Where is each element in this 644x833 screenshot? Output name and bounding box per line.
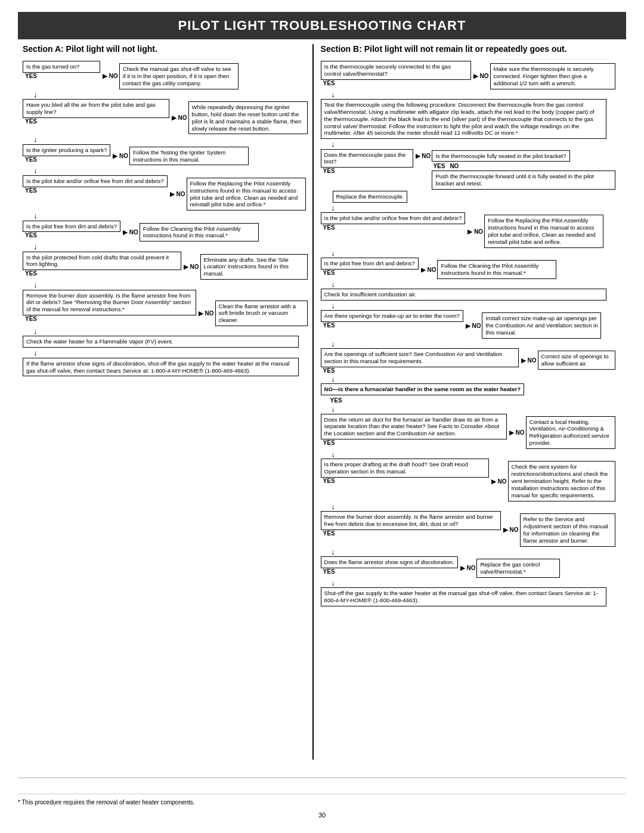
sb-q4-yes: YES [321, 224, 335, 231]
sb-q8-no-action: Correct size of openings to allow suffic… [538, 351, 615, 370]
sb-q12: Remove the burner door assembly. Is the … [321, 511, 501, 530]
sa-q5: Is the pilot free from dirt and debris? [23, 221, 120, 233]
sb-arrow6: ↓ [321, 302, 615, 310]
sb-q10-no-label: ▶ NO [509, 429, 525, 436]
sa-q7: Remove the burner door assembly. Is the … [23, 290, 196, 316]
sb-q12-no-label: ▶ NO [503, 527, 519, 533]
sb-q5: Is the pilot free from dirt and debris? [321, 258, 419, 270]
page: PILOT LIGHT TROUBLESHOOTING CHART Sectio… [0, 0, 644, 833]
footer-note: * This procedure requires the removal of… [18, 794, 626, 806]
sa-arrow4: ↓ [23, 212, 308, 220]
sb-arrow2: ↓ [321, 140, 615, 148]
sa-q7-no-label: ▶ NO [199, 310, 214, 317]
sa-arrow8: ↓ [23, 349, 308, 357]
sa-q6-yes: YES [23, 270, 37, 277]
section-b: Section B: Pilot light will not remain l… [316, 44, 620, 760]
sa-q1-no-label: ▶ NO [103, 73, 118, 79]
sa-q1-yes: YES [23, 73, 37, 79]
section-b-title: Section B: Pilot light will not remain l… [321, 44, 615, 55]
sb-arrow11: ↓ [321, 503, 615, 511]
sb-q11-no-label: ▶ NO [491, 478, 507, 485]
sb-q11-no-action: Check the vent system for restrictions/o… [508, 461, 615, 501]
sb-arrow10: ↓ [321, 450, 615, 459]
sa-q3-no-label: ▶ NO [113, 153, 128, 159]
section-divider [312, 44, 314, 760]
sb-q11-yes: YES [321, 478, 335, 484]
sb-q7-no-label: ▶ NO [466, 323, 481, 329]
sa-q9: If the flame arrestor show signs of disc… [23, 358, 299, 377]
sa-q4-no-label: ▶ NO [170, 191, 185, 197]
sb-q1-no-label: ▶ NO [473, 73, 489, 79]
sb-q12-no-action: Refer to the Service and Adjustment sect… [520, 513, 615, 547]
sb-q13-no-label: ▶ NO [460, 565, 476, 571]
page-number: 30 [18, 812, 626, 819]
sa-q3-no-action: Follow the Testing the Igniter System in… [129, 147, 249, 166]
sa-arrow1: ↓ [23, 91, 308, 99]
sb-arrow8: ↓ [321, 375, 615, 383]
sb-q1: Is the thermocouple securely connected t… [321, 61, 471, 80]
sections-container: Section A: Pilot light will not light. I… [18, 44, 626, 760]
section-a-title: Section A: Pilot light will not light. [23, 44, 308, 55]
sa-q6: Is the pilot protected from cold drafts … [23, 252, 181, 271]
sa-q2: Have you bled all the air from the pilot… [23, 99, 169, 118]
section-a: Section A: Pilot light will not light. I… [18, 44, 310, 760]
sb-q3-no-sub-no: NO [450, 163, 459, 169]
sb-q1-yes: YES [321, 80, 335, 86]
sb-q8-no-label: ▶ NO [521, 357, 537, 364]
sb-arrow9: ↓ [321, 405, 615, 413]
sb-arrow1: ↓ [321, 91, 615, 99]
sb-q3-no-sub: Is the thermocouple fully seated in the … [432, 150, 569, 162]
sb-arrow7: ↓ [321, 340, 615, 348]
sa-q4-no-action: Follow the Replacing the Pilot Assembly … [187, 178, 306, 211]
sa-q5-no-label: ▶ NO [123, 229, 138, 236]
sa-arrow5: ↓ [23, 243, 308, 251]
sb-arrow3: ↓ [321, 204, 615, 212]
sb-q3: Does the thermocouple pass the test? [321, 149, 413, 168]
sa-arrow3: ↓ [23, 166, 308, 175]
sb-q10-no-action: Contact a local Heating, Ventilation, Ai… [526, 416, 615, 450]
sb-q13-no-action: Replace the gas control valve/thermostat… [476, 559, 560, 578]
sb-q4-no-label: ▶ NO [467, 228, 483, 235]
sb-q14: Shut-off the gas supply to the water hea… [321, 587, 606, 606]
sb-arrow13: ↓ [321, 579, 615, 587]
sb-q3-no-label: ▶ NO [416, 153, 431, 159]
sa-q4: Is the pilot tube and/or orifice free fr… [23, 175, 168, 187]
sa-q5-no-action: Follow the Cleaning the Pilot Assembly i… [140, 223, 259, 242]
sb-q1-no-action: Make sure the thermocouple is securely c… [490, 63, 615, 89]
sb-q3-no-sub-yes: YES [433, 163, 445, 169]
sa-q8: Check the water heater for a Flammable V… [23, 336, 299, 348]
sb-q12-yes: YES [321, 530, 335, 537]
sa-arrow6: ↓ [23, 281, 308, 289]
sa-q6-no-label: ▶ NO [184, 264, 199, 270]
sb-q5-no-label: ▶ NO [421, 267, 436, 273]
sb-q10-yes: YES [321, 439, 335, 446]
sa-arrow7: ↓ [23, 327, 308, 336]
sb-q3-no-sub-action: Push the thermocouple forward until it i… [432, 171, 615, 190]
sa-q3-yes: YES [23, 156, 37, 163]
sb-q9: NO—Is there a furnace/air handler in the… [321, 383, 524, 395]
sa-q1-no-action: Check the manual gas shut-off valve to s… [119, 63, 239, 89]
sb-q5-no-action: Follow the Cleaning the Pilot Assembly i… [437, 260, 556, 279]
sa-q1: Is the gas turned on? [23, 61, 100, 73]
sa-q7-yes: YES [23, 315, 37, 322]
sb-q5-yes: YES [321, 270, 335, 276]
sb-arrow12: ↓ [321, 548, 615, 556]
sa-q3: Is the igniter producing a spark? [23, 144, 110, 156]
sb-test-para: Test the thermocouple using the followin… [321, 99, 606, 139]
sb-q4-no-action: Follow the Replacing the Pilot Assembly … [484, 215, 603, 248]
sb-replace-thermo: Replace the thermocouple. [333, 191, 408, 203]
sa-q2-yes: YES [23, 118, 37, 125]
sb-q7-yes: YES [321, 322, 335, 329]
sb-q3-yes: YES [321, 168, 335, 174]
sa-q4-yes: YES [23, 187, 37, 194]
sb-arrow4: ↓ [321, 249, 615, 258]
sb-q11: Is there proper drafting at the draft ho… [321, 459, 489, 478]
sb-q8: Are the openings of sufficient size? See… [321, 348, 519, 367]
sb-q4: Is the pilot tube and/or orifice free fr… [321, 212, 466, 224]
sa-q7-no-action: Clean the flame arrestor with a soft bri… [215, 301, 308, 327]
sb-q13: Does the flame arrestor show signs of di… [321, 556, 458, 568]
main-title: PILOT LIGHT TROUBLESHOOTING CHART [18, 12, 626, 39]
sb-q13-yes: YES [321, 568, 335, 575]
sb-q7-no-action: Install correct size make-up air opening… [482, 312, 601, 339]
sb-q10: Does the return air duct for the furnace… [321, 414, 507, 440]
